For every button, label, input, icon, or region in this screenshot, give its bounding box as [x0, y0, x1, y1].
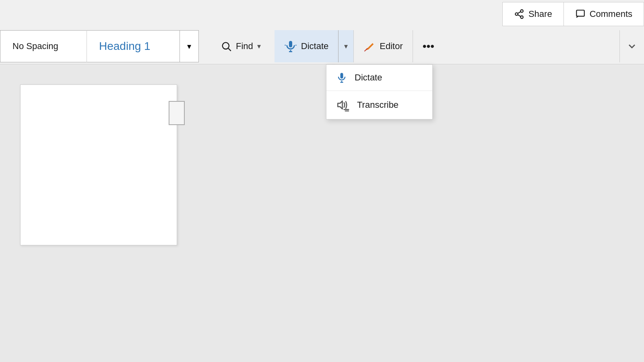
- more-button[interactable]: •••: [413, 30, 444, 62]
- dropdown-dictate-icon: [336, 72, 347, 83]
- svg-point-7: [223, 42, 229, 49]
- dropdown-item-transcribe[interactable]: Transcribe: [326, 91, 432, 119]
- heading1-label: Heading 1: [99, 40, 151, 53]
- share-label: Share: [528, 9, 552, 19]
- dictate-dropdown-button[interactable]: ▾: [338, 30, 353, 62]
- dictate-dropdown-menu: Dictate Transcribe: [326, 64, 433, 119]
- dropdown-transcribe-label: Transcribe: [357, 100, 398, 110]
- toolbar: No Spacing Heading 1 ▾ Find ▾: [0, 28, 644, 64]
- styles-dropdown-arrow: ▾: [187, 41, 191, 51]
- no-spacing-label: No Spacing: [12, 41, 58, 51]
- dictate-main-button[interactable]: Dictate: [275, 30, 338, 62]
- comments-button[interactable]: Comments: [564, 2, 644, 26]
- dictate-mic-icon: [284, 40, 297, 53]
- comments-label: Comments: [590, 9, 632, 19]
- cursor-area: [169, 101, 185, 125]
- editor-button[interactable]: Editor: [353, 30, 412, 62]
- styles-dropdown-button[interactable]: ▾: [180, 30, 198, 62]
- find-icon: [221, 41, 232, 52]
- svg-rect-13: [341, 73, 343, 78]
- svg-line-8: [228, 48, 231, 51]
- dictate-label: Dictate: [301, 41, 328, 51]
- svg-line-3: [518, 15, 520, 16]
- dictate-button-group: Dictate ▾: [275, 30, 353, 62]
- svg-line-4: [518, 12, 520, 13]
- find-button[interactable]: Find ▾: [211, 30, 270, 62]
- svg-rect-5: [576, 10, 584, 16]
- find-dropdown-arrow: ▾: [257, 42, 261, 51]
- document-area: [0, 64, 644, 362]
- editor-label: Editor: [380, 41, 402, 51]
- find-label: Find: [236, 41, 253, 51]
- dictate-dropdown-arrow: ▾: [344, 42, 348, 51]
- dropdown-transcribe-icon: [336, 98, 350, 112]
- style-heading1[interactable]: Heading 1: [87, 30, 180, 62]
- header-bar: Share Comments: [502, 0, 644, 28]
- svg-point-2: [520, 16, 523, 19]
- style-no-spacing[interactable]: No Spacing: [0, 30, 87, 62]
- dropdown-item-dictate[interactable]: Dictate: [326, 65, 432, 91]
- svg-point-1: [515, 13, 518, 16]
- document-page: [20, 84, 177, 245]
- svg-rect-9: [289, 41, 292, 47]
- editor-icon: [363, 40, 376, 52]
- share-icon: [514, 9, 524, 19]
- styles-selector: No Spacing Heading 1 ▾: [0, 30, 199, 62]
- collapse-button[interactable]: [619, 30, 644, 62]
- collapse-icon: [626, 41, 638, 52]
- comments-icon: [575, 9, 586, 19]
- dropdown-dictate-label: Dictate: [355, 72, 382, 83]
- share-button[interactable]: Share: [502, 2, 564, 26]
- more-label: •••: [423, 40, 434, 53]
- svg-point-0: [520, 10, 523, 12]
